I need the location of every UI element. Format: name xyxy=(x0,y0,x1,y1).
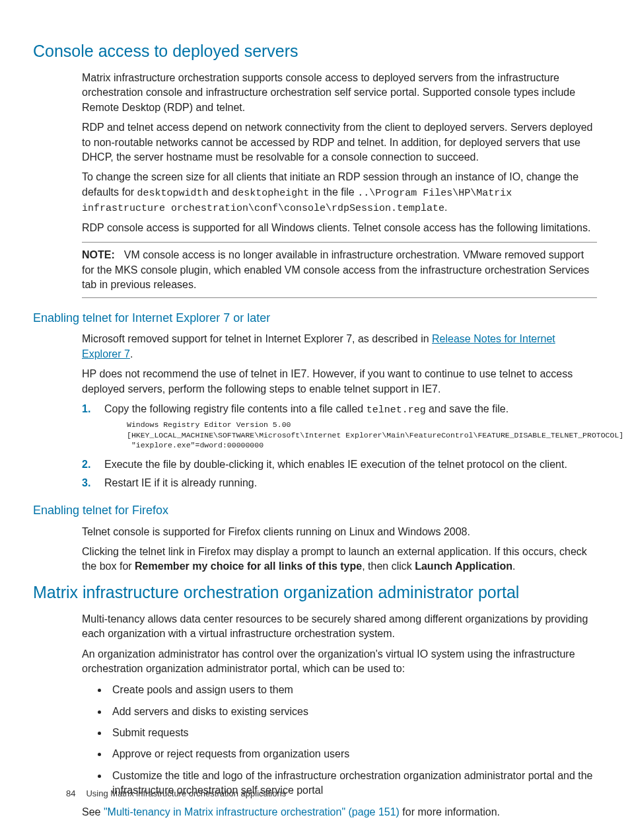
link-multi-tenancy-xref[interactable]: "Multi-tenancy in Matrix infrastructure … xyxy=(104,806,400,818)
text: Microsoft removed support for telnet in … xyxy=(82,333,432,344)
text: Copy the following registry file content… xyxy=(104,403,367,414)
page-number: 84 xyxy=(66,788,75,798)
step-number: 2. xyxy=(82,457,104,472)
text: . xyxy=(444,202,447,213)
paragraph: An organization administrator has contro… xyxy=(82,647,597,677)
code-block: Windows Registry Editor Version 5.00 [HK… xyxy=(127,420,623,451)
bullet-list: Create pools and assign users to them Ad… xyxy=(82,683,597,798)
paragraph: HP does not recommend the use of telnet … xyxy=(82,367,597,397)
text: . xyxy=(512,560,515,572)
paragraph: Multi-tenancy allows data center resourc… xyxy=(82,612,597,642)
paragraph: RDP and telnet access depend on network … xyxy=(82,120,597,165)
heading-console-access: Console access to deployed servers xyxy=(33,40,597,63)
list-item: 1. Copy the following registry file cont… xyxy=(82,402,597,453)
paragraph: To change the screen size for all client… xyxy=(82,170,597,215)
bold-text: Remember my choice for all links of this… xyxy=(135,560,362,572)
text: in the file xyxy=(309,186,357,198)
text: See xyxy=(82,806,104,818)
heading-matrix-portal: Matrix infrastructure orchestration orga… xyxy=(33,581,597,604)
heading-firefox: Enabling telnet for Firefox xyxy=(33,502,597,519)
text: Restart IE if it is already running. xyxy=(104,476,257,490)
list-item: Create pools and assign users to them xyxy=(108,683,597,697)
note-text: VM console access is no longer available… xyxy=(82,249,589,290)
list-item: 3. Restart IE if it is already running. xyxy=(82,476,597,490)
paragraph: See "Multi-tenancy in Matrix infrastruct… xyxy=(82,805,597,820)
note-box: NOTE:VM console access is no longer avai… xyxy=(82,242,597,298)
bold-text: Launch Application xyxy=(415,560,512,572)
text: Execute the file by double-clicking it, … xyxy=(104,457,567,472)
text: and save the file. xyxy=(426,403,508,414)
text: and xyxy=(209,186,232,198)
paragraph: Clicking the telnet link in Firefox may … xyxy=(82,545,597,574)
list-item: Add servers and disks to existing servic… xyxy=(108,705,597,719)
paragraph: Microsoft removed support for telnet in … xyxy=(82,332,597,362)
footer-text: Using Matrix infrastructure orchestratio… xyxy=(86,788,286,798)
list-item: 2. Execute the file by double-clicking i… xyxy=(82,457,597,472)
list-item: Submit requests xyxy=(108,726,597,740)
code-inline: desktopwidth xyxy=(137,188,209,199)
code-inline: telnet.reg xyxy=(367,404,426,416)
list-item: Approve or reject requests from organiza… xyxy=(108,747,597,761)
paragraph: Matrix infrastructure orchestration supp… xyxy=(82,71,597,115)
text: , then click xyxy=(362,560,415,572)
text: for more information. xyxy=(400,806,500,818)
step-number: 3. xyxy=(82,476,104,490)
step-number: 1. xyxy=(82,402,104,453)
page-footer: 84Using Matrix infrastructure orchestrat… xyxy=(66,788,286,800)
note-label: NOTE: xyxy=(82,249,115,260)
paragraph: RDP console access is supported for all … xyxy=(82,221,597,235)
ordered-list: 1. Copy the following registry file cont… xyxy=(82,402,597,490)
code-inline: desktopheight xyxy=(232,188,309,199)
paragraph: Telnet console is supported for Firefox … xyxy=(82,525,597,539)
heading-ie7: Enabling telnet for Internet Explorer 7 … xyxy=(33,310,597,326)
text: . xyxy=(130,348,133,360)
